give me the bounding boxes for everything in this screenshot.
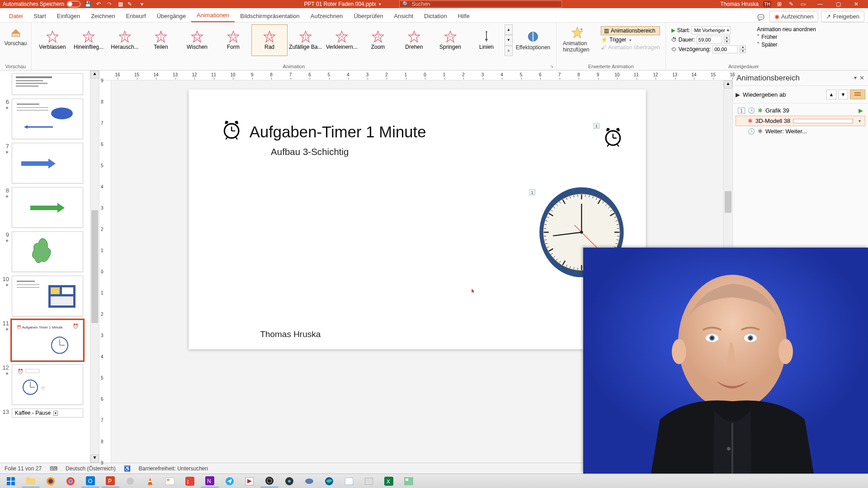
taskbar-vlc[interactable] — [141, 475, 159, 488]
thumb-partial-5[interactable] — [2, 73, 88, 95]
anim-item-2[interactable]: ✱ 3D-Modell 38 ▾ — [736, 116, 865, 126]
delay-spinner[interactable]: ▲▼ — [740, 45, 746, 53]
small-alarm-icon[interactable] — [602, 125, 625, 153]
taskbar-app-2[interactable] — [161, 475, 179, 488]
add-animation-button[interactable]: + Animation hinzufügen — [559, 24, 595, 55]
animation-gallery-scroll[interactable]: ▲▼≡ — [505, 24, 513, 56]
move-earlier-button[interactable]: ˄Früher — [757, 34, 816, 40]
taskbar-app-4[interactable] — [280, 475, 298, 488]
autosave-toggle[interactable]: Automatisches Speichern — [3, 1, 80, 7]
duration-spinner[interactable]: ▲▼ — [724, 36, 730, 44]
thumbnails-scrollbar[interactable]: ▲ ▼ — [90, 70, 99, 463]
tab-review[interactable]: Überprüfen — [348, 10, 388, 22]
anim-item-3[interactable]: 🕓 ✱ Weiter: Weiter... — [736, 126, 865, 136]
preview-button[interactable]: Vorschau — [3, 24, 28, 48]
anim-zoom[interactable]: Zoom — [360, 24, 396, 56]
tab-dictation[interactable]: Dictation — [419, 10, 453, 22]
tab-design[interactable]: Entwurf — [121, 10, 151, 22]
search-input[interactable]: 🔍 Suchen — [399, 0, 562, 8]
record-button[interactable]: ◉Aufzeichnen — [769, 11, 819, 22]
thumb-7[interactable]: 7★ — [2, 143, 88, 183]
thumb-9[interactable]: 9★ — [2, 231, 88, 272]
anim-zufaellige[interactable]: Zufällige Ba... — [288, 24, 324, 56]
anim-rad[interactable]: Rad — [251, 24, 288, 56]
taskbar-onenote[interactable]: N — [201, 475, 219, 488]
share-button[interactable]: ↗Freigeben — [821, 11, 864, 22]
tab-slideshow[interactable]: Bildschirmpräsentation — [235, 10, 305, 22]
taskbar-chrome[interactable] — [61, 475, 80, 488]
undo-icon[interactable]: ↶ — [95, 0, 102, 8]
thumb-13[interactable]: 13Kaffee - Pause▾ — [2, 408, 88, 418]
tab-file[interactable]: Datei — [4, 10, 28, 22]
lang-icon[interactable]: ⌨ — [50, 465, 57, 472]
tab-draw[interactable]: Zeichnen — [85, 10, 120, 22]
tab-insert[interactable]: Einfügen — [52, 10, 85, 22]
minimize-button[interactable]: — — [811, 0, 829, 8]
filename[interactable]: PPT 01 Roter Faden 004.pptx ▾ — [304, 1, 381, 7]
anim-linien[interactable]: Linien — [468, 24, 505, 56]
play-from-button[interactable]: ▶ Wiedergeben ab — [736, 88, 786, 101]
anim-teilen[interactable]: Teilen — [143, 24, 179, 56]
taskbar-app-5[interactable] — [300, 475, 318, 488]
pane-mode-button[interactable] — [850, 89, 865, 99]
move-later-button[interactable]: ˅Später — [757, 42, 816, 48]
slide-author[interactable]: Thomas Hruska — [260, 329, 321, 339]
anim-form[interactable]: Form — [215, 24, 251, 56]
close-button[interactable]: ✕ — [847, 0, 865, 8]
comments-icon[interactable]: 💬 — [755, 12, 767, 22]
tab-transitions[interactable]: Übergänge — [151, 10, 191, 22]
taskbar-app-8[interactable] — [400, 475, 418, 488]
save-icon[interactable]: 💾 — [84, 0, 91, 8]
accessibility-check[interactable]: Barrierefreiheit: Untersuchen — [139, 465, 208, 472]
taskbar-firefox[interactable] — [42, 475, 60, 488]
horizontal-ruler[interactable]: 1615141312111098765432101234567891011121… — [99, 70, 732, 80]
taskbar-edge[interactable] — [320, 475, 338, 488]
user-avatar[interactable]: TH — [763, 1, 771, 7]
slide-subtitle[interactable]: Aufbau 3-Schichtig — [271, 146, 349, 157]
move-up-button[interactable]: ▲ — [826, 89, 836, 99]
slide-canvas[interactable]: Aufgaben-Timer 1 Minute Aufbau 3-Schicht… — [189, 89, 646, 349]
coming-soon-icon[interactable]: ⊞ — [776, 0, 783, 8]
animation-dialog-launcher[interactable]: ↘ — [550, 64, 553, 69]
taskbar-powerpoint[interactable]: P — [101, 475, 119, 488]
slide-counter[interactable]: Folie 11 von 27 — [5, 465, 42, 472]
qat-dropdown-icon[interactable]: ▾ — [138, 0, 146, 8]
tab-view[interactable]: Ansicht — [388, 10, 419, 22]
a11y-icon[interactable]: ♿ — [124, 465, 131, 472]
animation-pane-button[interactable]: ▥Animationsbereich — [601, 26, 660, 35]
anim-item-dropdown[interactable]: ▾ — [856, 118, 863, 123]
language[interactable]: Deutsch (Österreich) — [66, 465, 116, 472]
user-name[interactable]: Thomas Hruska — [720, 1, 759, 7]
taskbar-app-7[interactable] — [360, 475, 378, 488]
anim-verblassen[interactable]: Verblassen — [34, 24, 71, 56]
redo-icon[interactable]: ↷ — [106, 0, 113, 8]
trigger-button[interactable]: ⚡Trigger — [601, 37, 660, 43]
pen-icon[interactable]: ✎ — [788, 0, 795, 8]
anim-springen[interactable]: Springen — [432, 24, 468, 56]
animation-pane-close-icon[interactable]: ✕ — [859, 75, 864, 81]
taskbar-app-6[interactable] — [340, 475, 358, 488]
taskbar-outlook[interactable]: O — [81, 475, 99, 488]
duration-input[interactable] — [697, 36, 722, 44]
thumb-12[interactable]: 12★⏰♡ — [2, 364, 88, 405]
anim-verkleinern[interactable]: Verkleinern... — [324, 24, 360, 56]
tab-animations[interactable]: Animationen — [191, 9, 235, 22]
tab-help[interactable]: Hilfe — [453, 10, 475, 22]
thumb-6[interactable]: 6★ — [2, 99, 88, 139]
maximize-button[interactable]: ▢ — [829, 0, 847, 8]
taskbar-explorer[interactable] — [22, 475, 40, 488]
tab-record[interactable]: Aufzeichnen — [305, 10, 349, 22]
taskbar-obs[interactable] — [260, 475, 278, 488]
start-button[interactable] — [2, 475, 20, 488]
thumb-8[interactable]: 8★ — [2, 187, 88, 228]
effect-options-button[interactable]: Effektoptionen — [513, 24, 553, 56]
taskbar-telegram[interactable] — [221, 475, 239, 488]
anim-hineinfliegen[interactable]: Hineinflieg... — [71, 24, 107, 56]
taskbar-excel[interactable]: X — [380, 475, 398, 488]
thumb-11[interactable]: 11★⏰ Aufgaben-Timer 1 Minute⏰ — [2, 320, 88, 361]
vertical-ruler[interactable]: 9876543210123456789 — [99, 80, 111, 463]
start-select[interactable]: Mit Vorheriger▾ — [692, 26, 731, 34]
taskbar-todoist[interactable] — [181, 475, 199, 488]
anim-item-1[interactable]: 1 🕓 ✱ Grafik 39 ▶ — [736, 105, 865, 116]
animation-pane-collapse-icon[interactable]: ▾ — [854, 75, 857, 81]
